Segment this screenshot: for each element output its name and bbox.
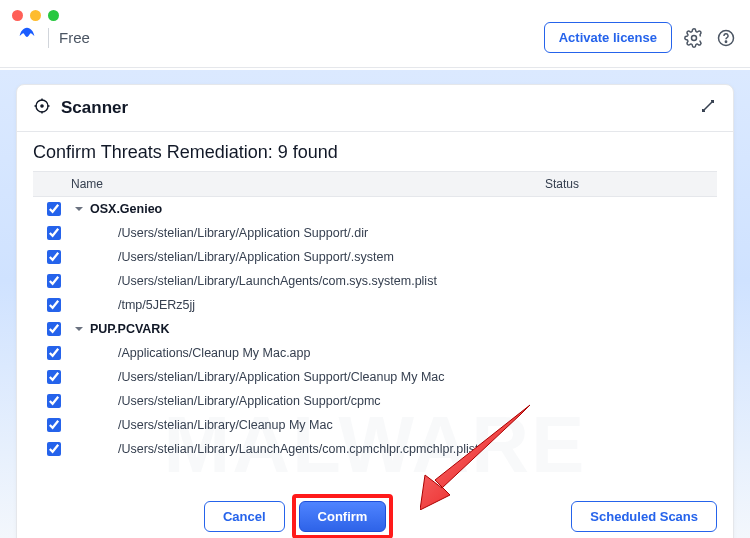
threat-list: OSX.Genieo /Users/stelian/Library/Applic… xyxy=(33,197,717,461)
divider xyxy=(48,28,49,48)
plan-label: Free xyxy=(59,29,90,46)
threat-checkbox[interactable] xyxy=(47,346,61,360)
svg-point-4 xyxy=(41,105,43,107)
threat-item-row[interactable]: /Users/stelian/Library/LaunchAgents/com.… xyxy=(33,269,717,293)
titlebar: Free Activate license xyxy=(0,0,750,68)
minimize-window-button[interactable] xyxy=(30,10,41,21)
threat-checkbox[interactable] xyxy=(47,274,61,288)
threat-path: /Users/stelian/Library/Application Suppo… xyxy=(118,226,709,240)
card-header: Scanner xyxy=(17,85,733,132)
svg-point-2 xyxy=(725,41,726,42)
threat-item-row[interactable]: /Users/stelian/Library/Application Suppo… xyxy=(33,221,717,245)
cancel-button[interactable]: Cancel xyxy=(204,501,285,532)
threat-checkbox[interactable] xyxy=(47,226,61,240)
maximize-window-button[interactable] xyxy=(48,10,59,21)
threat-path: /Users/stelian/Library/LaunchAgents/com.… xyxy=(118,274,709,288)
threat-checkbox[interactable] xyxy=(47,442,61,456)
scanner-card: MALWARE Scanner Confirm Threats Remediat… xyxy=(16,84,734,538)
threat-checkbox[interactable] xyxy=(47,250,61,264)
close-window-button[interactable] xyxy=(12,10,23,21)
gear-icon[interactable] xyxy=(684,28,704,48)
help-icon[interactable] xyxy=(716,28,736,48)
svg-point-0 xyxy=(692,35,697,40)
threat-path: /Users/stelian/Library/Application Suppo… xyxy=(118,370,709,384)
chevron-down-icon[interactable] xyxy=(74,324,84,334)
threat-path: /Users/stelian/Library/Application Suppo… xyxy=(118,394,709,408)
threat-checkbox[interactable] xyxy=(47,298,61,312)
threat-item-row[interactable]: /Users/stelian/Library/Application Suppo… xyxy=(33,389,717,413)
app-logo-icon xyxy=(16,25,38,51)
threat-path: /Users/stelian/Library/Cleanup My Mac xyxy=(118,418,709,432)
threat-item-row[interactable]: /Users/stelian/Library/LaunchAgents/com.… xyxy=(33,437,717,461)
threat-path: /Users/stelian/Library/Application Suppo… xyxy=(118,250,709,264)
scheduled-scans-button[interactable]: Scheduled Scans xyxy=(571,501,717,532)
confirm-button[interactable]: Confirm xyxy=(299,501,387,532)
threat-path: /tmp/5JERz5jj xyxy=(118,298,709,312)
column-name: Name xyxy=(33,172,537,196)
threat-checkbox[interactable] xyxy=(47,394,61,408)
threat-item-row[interactable]: /Users/stelian/Library/Application Suppo… xyxy=(33,365,717,389)
threat-path: /Users/stelian/Library/LaunchAgents/com.… xyxy=(118,442,709,456)
threat-item-row[interactable]: /tmp/5JERz5jj xyxy=(33,293,717,317)
card-title: Scanner xyxy=(61,98,128,118)
threat-checkbox[interactable] xyxy=(47,322,61,336)
table-header: Name Status xyxy=(33,171,717,197)
card-footer: Cancel Confirm Scheduled Scans xyxy=(17,489,733,538)
threat-group-name: PUP.PCVARK xyxy=(90,322,709,336)
threat-checkbox[interactable] xyxy=(47,202,61,216)
threat-path: /Applications/Cleanup My Mac.app xyxy=(118,346,709,360)
chevron-down-icon[interactable] xyxy=(74,204,84,214)
threat-item-row[interactable]: /Users/stelian/Library/Cleanup My Mac xyxy=(33,413,717,437)
threat-item-row[interactable]: /Applications/Cleanup My Mac.app xyxy=(33,341,717,365)
window-controls xyxy=(12,10,59,21)
threat-group-row[interactable]: PUP.PCVARK xyxy=(33,317,717,341)
collapse-icon[interactable] xyxy=(699,97,717,119)
threat-item-row[interactable]: /Users/stelian/Library/Application Suppo… xyxy=(33,245,717,269)
activate-license-button[interactable]: Activate license xyxy=(544,22,672,53)
threat-group-row[interactable]: OSX.Genieo xyxy=(33,197,717,221)
threat-checkbox[interactable] xyxy=(47,418,61,432)
threat-checkbox[interactable] xyxy=(47,370,61,384)
annotation-highlight: Confirm xyxy=(299,501,387,532)
scanner-icon xyxy=(33,97,51,119)
column-status: Status xyxy=(537,172,717,196)
remediation-heading: Confirm Threats Remediation: 9 found xyxy=(17,132,733,171)
threat-group-name: OSX.Genieo xyxy=(90,202,709,216)
